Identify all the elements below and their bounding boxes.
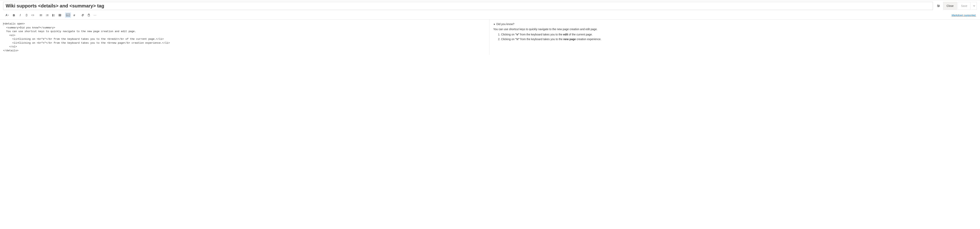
sliders-icon — [937, 4, 940, 8]
preview-intro: You can use shortcut keys to quickly nav… — [493, 27, 976, 31]
checklist-button[interactable] — [51, 12, 56, 18]
bullet-list-icon — [40, 14, 43, 17]
header-actions: Close Save — [934, 2, 977, 10]
preview-list: Clicking on "e" from the keyboard takes … — [501, 32, 976, 41]
save-dropdown-button[interactable] — [971, 2, 977, 10]
chevron-down-icon: ▾ — [8, 14, 9, 16]
svg-text:ABC: ABC — [67, 14, 70, 16]
save-button[interactable]: Save — [958, 2, 970, 10]
hash-icon: # — [73, 14, 75, 17]
paste-button[interactable] — [86, 12, 92, 18]
close-button[interactable]: Close — [943, 2, 957, 10]
table-icon — [59, 14, 61, 17]
markdown-preview: Did you know? You can use shortcut keys … — [489, 20, 980, 55]
svg-rect-20 — [52, 15, 53, 16]
more-icon: ··· — [94, 14, 97, 17]
link-button[interactable] — [24, 12, 29, 18]
list-item: Clicking on "e" from the keyboard takes … — [501, 32, 976, 36]
svg-point-1 — [938, 5, 938, 5]
page-settings-button[interactable] — [934, 2, 942, 10]
svg-rect-18 — [52, 14, 53, 15]
svg-rect-24 — [59, 14, 61, 16]
more-actions-button[interactable]: ··· — [92, 12, 98, 18]
paperclip-icon — [81, 14, 84, 16]
abc-block-icon: ABC — [66, 14, 70, 16]
mention-button[interactable]: # — [72, 12, 77, 18]
svg-point-5 — [938, 6, 939, 7]
bold-icon: B — [13, 14, 15, 17]
checklist-icon — [52, 14, 55, 17]
toolbar-row: ▾ B I — [0, 11, 980, 20]
numbered-list-icon: 123 — [46, 14, 49, 17]
markdown-supported-link[interactable]: Markdown supported. — [951, 14, 976, 17]
editor-preview-split: <details open> <summary>Did you know?</s… — [0, 20, 980, 55]
bold-button[interactable]: B — [11, 12, 17, 18]
wiki-editor-page: Close Save ▾ B I — [0, 0, 980, 55]
code-button[interactable] — [30, 12, 36, 18]
clipboard-icon — [88, 14, 90, 16]
svg-text:3: 3 — [46, 15, 47, 16]
page-title-input[interactable] — [3, 2, 933, 10]
svg-rect-31 — [88, 14, 89, 16]
svg-point-10 — [40, 16, 40, 16]
link-icon — [25, 14, 28, 17]
svg-rect-22 — [52, 16, 53, 16]
preview-details[interactable]: Did you know? You can use shortcut keys … — [493, 22, 976, 41]
attachment-button[interactable] — [80, 12, 86, 18]
svg-point-3 — [939, 5, 939, 6]
list-item: Clicking on "n" from the keyboard takes … — [501, 37, 976, 41]
header-row: Close Save — [0, 0, 980, 11]
svg-point-8 — [40, 15, 40, 15]
table-button[interactable] — [57, 12, 63, 18]
text-format-button[interactable]: ▾ — [3, 12, 11, 18]
markdown-editor[interactable]: <details open> <summary>Did you know?</s… — [0, 20, 489, 55]
formatting-toolbar: ▾ B I — [3, 12, 98, 18]
editor-content: <details open> <summary>Did you know?</s… — [3, 22, 170, 52]
italic-button[interactable]: I — [17, 12, 23, 18]
format-block-button[interactable]: ABC — [65, 12, 71, 18]
text-format-icon — [5, 14, 8, 16]
bullet-list-button[interactable] — [38, 12, 44, 18]
numbered-list-button[interactable]: 123 — [44, 12, 50, 18]
chevron-down-icon — [973, 5, 975, 7]
preview-summary[interactable]: Did you know? — [493, 22, 976, 26]
svg-point-6 — [40, 14, 40, 15]
code-icon — [31, 14, 34, 17]
italic-icon: I — [20, 14, 21, 17]
